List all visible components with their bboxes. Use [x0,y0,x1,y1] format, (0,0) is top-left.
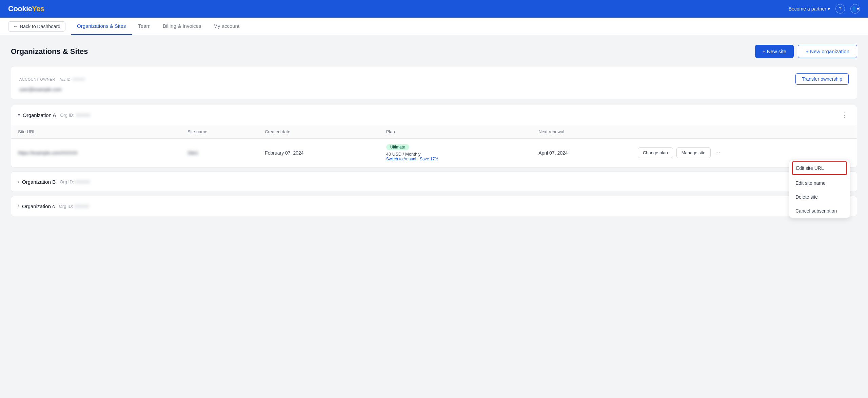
dropdown-item-edit-url[interactable]: Edit site URL [792,161,847,175]
dropdown-item-edit-name[interactable]: Edit site name [789,176,850,190]
become-partner-btn[interactable]: Become a partner ▾ [789,6,830,12]
org-header-c[interactable]: › Organization c Org ID: XXXXX ⋮ [11,196,857,216]
renewal-cell: April 07, 2024 [532,139,631,167]
page-header: Organizations & Sites + New site + New o… [11,45,857,58]
chevron-down-icon: ▾ [18,113,20,117]
manage-site-button[interactable]: Manage site [676,147,711,158]
col-created-date: Created date [258,125,379,139]
main-content: Organizations & Sites + New site + New o… [0,35,868,230]
subnav-tabs: Organizations & Sites Team Billing & Inv… [71,18,245,35]
table-row: https://example.com/XXXXX Site1 February… [11,139,857,167]
user-icon: 👤 [851,6,857,12]
org-header-b[interactable]: › Organization B Org ID: XXXXX ⋮ [11,172,857,192]
acc-id-value: XXXXX [73,77,85,81]
chevron-down-icon: ▾ [828,6,830,12]
org-id-a: Org ID: XXXXX [60,113,90,118]
help-icon[interactable]: ? [835,4,845,14]
sites-table-wrapper-a: Site URL Site name Created date Plan Nex… [11,125,857,167]
change-plan-button[interactable]: Change plan [638,147,673,158]
transfer-ownership-button[interactable]: Transfer ownership [795,73,849,85]
col-site-name: Site name [181,125,258,139]
page-title: Organizations & Sites [11,47,88,56]
dropdown-item-delete-site[interactable]: Delete site [789,190,850,204]
plan-cell: Ultimate 40 USD / Monthly Switch to Annu… [379,139,532,167]
sites-table-a: Site URL Site name Created date Plan Nex… [11,125,857,167]
new-organization-button[interactable]: + New organization [798,45,857,58]
tab-team[interactable]: Team [132,18,157,35]
plan-amount: 40 USD / Monthly [386,152,525,157]
dropdown-item-cancel-subscription[interactable]: Cancel subscription [789,204,850,218]
site-url-cell: https://example.com/XXXXX [11,139,181,167]
col-site-url: Site URL [11,125,181,139]
account-owner-info: ACCOUNT OWNER Acc ID: XXXXX [19,76,85,82]
acc-id-label: Acc ID: XXXXX [59,77,85,81]
org-title-b: › Organization B Org ID: XXXXX [18,179,90,185]
tab-billing-invoices[interactable]: Billing & Invoices [157,18,207,35]
org-title-c: › Organization c Org ID: XXXXX [18,203,89,209]
chevron-right-icon: › [18,204,19,208]
org-section-a: ▾ Organization A Org ID: XXXXX ⋮ Site UR… [11,105,857,167]
plan-badge: Ultimate [386,144,409,150]
org-id-c: Org ID: XXXXX [59,204,89,209]
col-plan: Plan [379,125,532,139]
site-more-options-btn[interactable]: ··· [714,148,722,158]
account-header: ACCOUNT OWNER Acc ID: XXXXX Transfer own… [19,73,849,85]
col-next-renewal: Next renewal [532,125,631,139]
user-avatar[interactable]: 👤 ▾ [850,4,860,14]
action-cell: Change plan Manage site ··· Edit site UR… [631,139,857,167]
org-section-c: › Organization c Org ID: XXXXX ⋮ [11,196,857,216]
tab-my-account[interactable]: My account [207,18,245,35]
navbar-right: Become a partner ▾ ? 👤 ▾ [789,4,860,14]
org-id-b: Org ID: XXXXX [60,179,90,184]
arrow-left-icon: ← [13,24,18,29]
org-header-a[interactable]: ▾ Organization A Org ID: XXXXX ⋮ [11,105,857,125]
back-to-dashboard-btn[interactable]: ← Back to Dashboard [8,21,65,32]
logo: CookieYes [8,4,44,13]
col-actions [631,125,857,139]
header-actions: + New site + New organization [755,45,857,58]
org-more-options-a[interactable]: ⋮ [839,110,850,120]
account-email: user@example.com [19,87,849,92]
row-actions: Change plan Manage site ··· Edit site UR… [638,147,850,158]
created-date-cell: February 07, 2024 [258,139,379,167]
switch-annual-link[interactable]: Switch to Annual - Save 17% [386,157,525,161]
account-card: ACCOUNT OWNER Acc ID: XXXXX Transfer own… [11,66,857,99]
org-title-a: ▾ Organization A Org ID: XXXXX [18,112,90,118]
chevron-right-icon: › [18,179,19,184]
org-section-b: › Organization B Org ID: XXXXX ⋮ [11,172,857,192]
chevron-down-icon: ▾ [857,6,859,12]
new-site-button[interactable]: + New site [755,45,794,58]
site-dropdown-menu: Edit site URL Edit site name Delete site [789,160,850,218]
tab-organizations-sites[interactable]: Organizations & Sites [71,18,132,35]
navbar: CookieYes Become a partner ▾ ? 👤 ▾ [0,0,868,18]
site-name-cell: Site1 [181,139,258,167]
subnav: ← Back to Dashboard Organizations & Site… [0,18,868,35]
